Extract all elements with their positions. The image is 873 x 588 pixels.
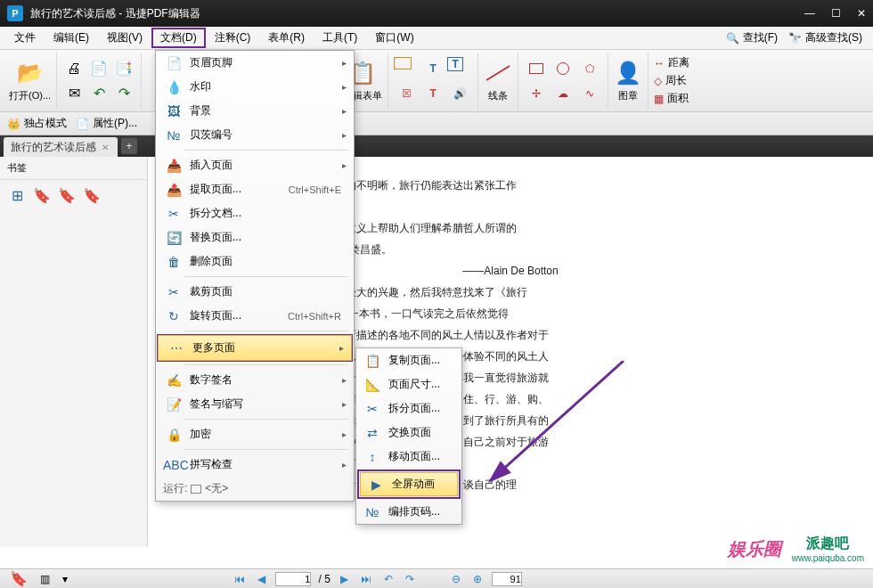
menu-document[interactable]: 文档(D) (151, 28, 206, 48)
undo-icon[interactable]: ↶ (87, 82, 110, 105)
menu-item[interactable]: 🔄替换页面... (156, 225, 354, 249)
menu-item[interactable]: 📝签名与缩写▸ (156, 392, 354, 416)
page-input[interactable] (275, 572, 311, 586)
window-title: 旅行的艺术读后感 - 迅捷PDF编辑器 (30, 6, 804, 21)
check-icon[interactable]: ☒ (394, 82, 419, 105)
rect-icon[interactable] (524, 57, 549, 80)
circle-icon[interactable] (551, 57, 575, 80)
item-icon: 📝 (163, 397, 184, 412)
last-page-button[interactable]: ⏭ (358, 573, 374, 585)
menu-comment[interactable]: 注释(C) (206, 28, 260, 48)
menu-item[interactable]: ⋯更多页面▸ (158, 335, 352, 361)
t2-icon[interactable]: T (447, 57, 463, 71)
zoom-in-button[interactable]: ⊕ (470, 573, 485, 585)
properties-btn[interactable]: 📄属性(P)... (76, 116, 137, 131)
menu-tool[interactable]: 工具(T) (314, 28, 366, 48)
menu-item[interactable]: 🗑删除页面 (156, 249, 354, 274)
prev-page-button[interactable]: ◀ (255, 573, 268, 585)
menu-file[interactable]: 文件 (5, 28, 45, 48)
svg-line-0 (486, 66, 510, 80)
distance-tool[interactable]: ↔距离 (654, 55, 689, 70)
fwd-button[interactable]: ↷ (403, 573, 417, 585)
mail-icon[interactable]: ✉ (62, 82, 86, 105)
menu-window[interactable]: 窗口(W) (366, 28, 422, 48)
folder-open-icon: 📂 (16, 59, 45, 87)
menu-item[interactable]: ✂裁剪页面 (156, 280, 354, 304)
stamp-group[interactable]: 👤 图章 (608, 53, 649, 110)
zoom-input[interactable] (492, 572, 522, 586)
menu-item[interactable]: ABC拼写检查▸ (156, 453, 354, 477)
menu-item[interactable]: 📥插入页面▸ (156, 153, 354, 177)
expand-icon[interactable]: ⊞ (7, 185, 27, 205)
menu-view[interactable]: 视图(V) (98, 28, 151, 48)
submenu-item[interactable]: 📐页面尺寸... (356, 372, 461, 396)
print-icon[interactable]: 🖨 (62, 57, 86, 80)
poly-icon[interactable]: ⬠ (577, 57, 602, 80)
link-icon[interactable]: ✢ (524, 82, 549, 105)
curve-icon[interactable]: ∿ (577, 82, 602, 105)
sub-toolbar: 👑独占模式 📄属性(P)... (0, 112, 873, 135)
item-icon: 🔒 (163, 428, 184, 442)
exclusive-mode[interactable]: 👑独占模式 (7, 116, 67, 131)
titlebar: P 旅行的艺术读后感 - 迅捷PDF编辑器 — ☐ ✕ (0, 0, 873, 27)
page-total: / 5 (318, 573, 330, 585)
menu-item[interactable]: 📤提取页面...Ctrl+Shift+E (156, 177, 354, 201)
submenu-item[interactable]: №编排页码... (356, 500, 461, 524)
t-icon[interactable]: T (420, 57, 445, 80)
sb-layout-icon[interactable]: ▥ (37, 573, 53, 585)
sb-bookmark-icon[interactable]: 🔖 (7, 570, 30, 587)
textbox-icon[interactable] (394, 57, 412, 69)
area-tool[interactable]: ▦面积 (654, 91, 689, 106)
menu-item[interactable]: ✍数字签名▸ (156, 368, 354, 392)
zoom-out-button[interactable]: ⊖ (449, 573, 463, 585)
menu-item[interactable]: 🖼背景▸ (156, 99, 354, 123)
adv-find-button[interactable]: 🔭高级查找(S) (783, 30, 868, 45)
menu-item[interactable]: №贝茨编号▸ (156, 123, 354, 147)
item-icon: 📋 (362, 354, 383, 368)
menu-item[interactable]: 💧水印▸ (156, 75, 354, 99)
menu-form[interactable]: 表单(R) (259, 28, 314, 48)
item-icon: 🔄 (163, 231, 184, 245)
redo-icon[interactable]: ↷ (112, 82, 135, 105)
next-page-button[interactable]: ▶ (338, 573, 351, 585)
shape-tools: ⬠ ✢ ☁ ∿ (518, 53, 608, 109)
convert-icon[interactable]: 📑 (112, 57, 135, 80)
maximize-button[interactable]: ☐ (831, 7, 841, 20)
back-button[interactable]: ↶ (381, 573, 396, 585)
doc-icon[interactable]: 📄 (87, 57, 110, 80)
open-group[interactable]: 📂 打开(O)... (4, 53, 57, 110)
item-icon: 💧 (163, 80, 184, 94)
bookmark-add-icon[interactable]: 🔖 (32, 185, 52, 205)
area-icon: ▦ (654, 93, 664, 105)
new-tab-button[interactable]: + (121, 138, 137, 154)
tab-close-icon[interactable]: ✕ (102, 143, 109, 152)
bookmark-del-icon[interactable]: 🔖 (57, 185, 77, 205)
menu-item[interactable]: 🔒加密▸ (156, 422, 354, 446)
cloud-icon[interactable]: ☁ (551, 82, 575, 105)
menu-item[interactable]: ↻旋转页面...Ctrl+Shift+R (156, 304, 354, 328)
sound-icon[interactable]: 🔊 (447, 82, 472, 105)
submenu-item[interactable]: ⇄交换页面 (356, 421, 461, 445)
sb-dropdown-icon[interactable]: ▾ (60, 573, 70, 585)
document-tab[interactable]: 旅行的艺术读后感✕ (4, 137, 118, 158)
submenu-item[interactable]: 📋复制页面... (356, 348, 461, 372)
lines-group[interactable]: 线条 (478, 53, 518, 110)
item-icon: ✍ (163, 373, 184, 388)
close-button[interactable]: ✕ (857, 7, 866, 20)
perimeter-tool[interactable]: ◇周长 (654, 73, 689, 88)
menu-item[interactable]: 📄页眉页脚▸ (156, 51, 354, 75)
first-page-button[interactable]: ⏮ (232, 573, 248, 585)
status-bar: 🔖 ▥ ▾ ⏮ ◀ / 5 ▶ ⏭ ↶ ↷ ⊖ ⊕ (0, 568, 873, 588)
menu-edit[interactable]: 编辑(E) (45, 28, 98, 48)
bookmark-opt-icon[interactable]: 🔖 (82, 185, 102, 205)
t3-icon[interactable]: T (420, 82, 445, 105)
menu-item[interactable]: ✂拆分文档... (156, 201, 354, 225)
bookmarks-panel: 书签 ⊞ 🔖 🔖 🔖 (0, 157, 148, 547)
find-button[interactable]: 🔍查找(F) (721, 30, 783, 45)
item-icon: ✂ (163, 285, 184, 299)
item-icon: ABC (163, 458, 184, 472)
submenu-item[interactable]: ✂拆分页面... (356, 396, 461, 421)
submenu-item[interactable]: ▶全屏动画 (360, 472, 458, 496)
minimize-button[interactable]: — (804, 7, 815, 20)
submenu-item[interactable]: ↕移动页面... (356, 445, 461, 469)
